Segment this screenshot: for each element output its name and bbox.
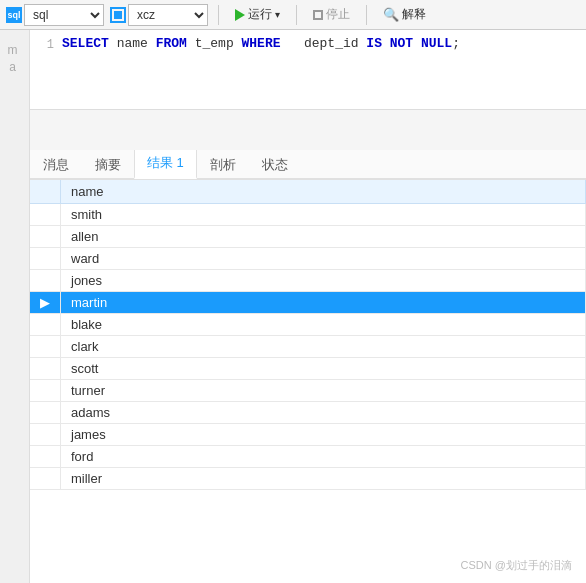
watermark: CSDN @划过手的泪滴 [461, 558, 572, 573]
line-number: 1 [38, 36, 54, 103]
table-row[interactable]: ward [30, 248, 586, 270]
table-row[interactable]: miller [30, 468, 586, 490]
table-row[interactable]: ford [30, 446, 586, 468]
results-area: 消息 摘要 结果 1 剖析 状态 name smithallenwardjon [30, 150, 586, 583]
run-dropdown-icon: ▾ [275, 9, 280, 20]
row-name: miller [61, 468, 586, 490]
row-name: allen [61, 226, 586, 248]
table-row[interactable]: turner [30, 380, 586, 402]
results-table: name smithallenwardjones▶martinblakeclar… [30, 180, 586, 490]
play-icon [235, 9, 245, 21]
sidebar-letter-a: a [9, 59, 16, 76]
row-indicator [30, 204, 61, 226]
row-indicator [30, 226, 61, 248]
header-indicator-col [30, 180, 61, 204]
row-name: turner [61, 380, 586, 402]
row-indicator [30, 468, 61, 490]
row-name: blake [61, 314, 586, 336]
toolbar-separator [218, 5, 219, 25]
table-row[interactable]: clark [30, 336, 586, 358]
row-name: james [61, 424, 586, 446]
sql-code[interactable]: SELECT name FROM t_emp WHERE dept_id IS … [62, 36, 578, 103]
tabs-bar: 消息 摘要 结果 1 剖析 状态 [30, 150, 586, 180]
sidebar-letter-m: m [8, 42, 18, 59]
row-name: ford [61, 446, 586, 468]
left-sidebar: m a [0, 30, 30, 583]
row-name: martin [61, 292, 586, 314]
stop-label: 停止 [326, 6, 350, 23]
db-selector: sql sql [6, 4, 104, 26]
column-header-name[interactable]: name [61, 180, 586, 204]
row-name: smith [61, 204, 586, 226]
row-indicator [30, 424, 61, 446]
row-indicator [30, 380, 61, 402]
sql-icon: sql [6, 7, 22, 23]
tab-status[interactable]: 状态 [249, 150, 301, 179]
row-indicator [30, 358, 61, 380]
tab-summary[interactable]: 摘要 [82, 150, 134, 179]
main-area: m a 1 SELECT name FROM t_emp WHERE dept_… [0, 30, 586, 583]
explain-label: 解释 [402, 6, 426, 23]
run-button[interactable]: 运行 ▾ [229, 4, 286, 25]
row-name: adams [61, 402, 586, 424]
code-editor[interactable]: 1 SELECT name FROM t_emp WHERE dept_id I… [30, 30, 586, 110]
row-name: jones [61, 270, 586, 292]
tab-messages[interactable]: 消息 [30, 150, 82, 179]
row-indicator [30, 270, 61, 292]
table-row[interactable]: james [30, 424, 586, 446]
row-name: scott [61, 358, 586, 380]
row-indicator [30, 248, 61, 270]
toolbar-separator-3 [366, 5, 367, 25]
table-header-row: name [30, 180, 586, 204]
editor-pane: 1 SELECT name FROM t_emp WHERE dept_id I… [30, 30, 586, 583]
row-indicator [30, 402, 61, 424]
editor-spacer [30, 110, 586, 150]
table-row[interactable]: ▶martin [30, 292, 586, 314]
table-row[interactable]: adams [30, 402, 586, 424]
row-name: ward [61, 248, 586, 270]
db-dropdown[interactable]: sql [24, 4, 104, 26]
row-indicator [30, 336, 61, 358]
table-row[interactable]: smith [30, 204, 586, 226]
schema-selector: xcz [110, 4, 208, 26]
schema-dropdown[interactable]: xcz [128, 4, 208, 26]
schema-icon [110, 7, 126, 23]
toolbar-separator-2 [296, 5, 297, 25]
row-indicator [30, 314, 61, 336]
row-name: clark [61, 336, 586, 358]
stop-button[interactable]: 停止 [307, 4, 356, 25]
table-row[interactable]: scott [30, 358, 586, 380]
explain-icon: 🔍 [383, 7, 399, 22]
tab-profile[interactable]: 剖析 [197, 150, 249, 179]
results-table-container[interactable]: name smithallenwardjones▶martinblakeclar… [30, 180, 586, 583]
row-indicator: ▶ [30, 292, 61, 314]
table-row[interactable]: blake [30, 314, 586, 336]
run-label: 运行 [248, 6, 272, 23]
table-row[interactable]: jones [30, 270, 586, 292]
toolbar: sql sql xcz 运行 ▾ 停止 🔍 解释 [0, 0, 586, 30]
stop-icon [313, 10, 323, 20]
tab-result1[interactable]: 结果 1 [134, 150, 197, 179]
table-row[interactable]: allen [30, 226, 586, 248]
row-indicator [30, 446, 61, 468]
explain-button[interactable]: 🔍 解释 [377, 4, 432, 25]
